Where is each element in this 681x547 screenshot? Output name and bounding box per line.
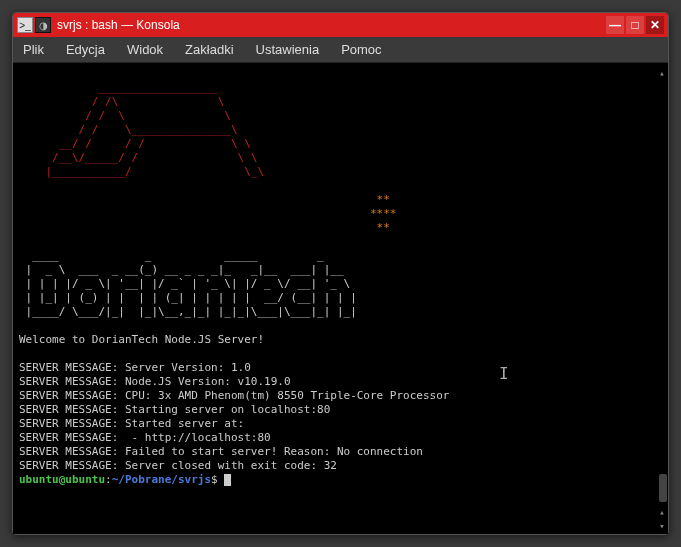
ascii-logo-0: ____ _ _____ _ xyxy=(19,249,324,262)
close-button[interactable]: ✕ xyxy=(646,16,664,34)
prompt-path: ~/Pobrane/svrjs xyxy=(112,473,211,486)
terminal-window: >_ ◑ svrjs : bash — Konsola — □ ✕ Plik E… xyxy=(12,12,669,535)
server-msg-0: SERVER MESSAGE: Server Version: 1.0 xyxy=(19,361,251,374)
menu-help[interactable]: Pomoc xyxy=(341,42,381,57)
server-msg-3: SERVER MESSAGE: Starting server on local… xyxy=(19,403,330,416)
menu-file[interactable]: Plik xyxy=(23,42,44,57)
prompt-colon: : xyxy=(105,473,112,486)
ascii-logo-4: |____/ \___/|_| |_|\__,_|_| |_|_|\___|\_… xyxy=(19,305,357,318)
ascii-roof: __________________ / /\ \ / / \ \ / / \_… xyxy=(19,81,264,178)
mouse-text-cursor-icon: I xyxy=(499,367,509,381)
server-msg-4: SERVER MESSAGE: Started server at: xyxy=(19,417,244,430)
maximize-button[interactable]: □ xyxy=(626,16,644,34)
scroll-thumb[interactable] xyxy=(659,474,667,502)
server-msg-7: SERVER MESSAGE: Server closed with exit … xyxy=(19,459,337,472)
titlebar[interactable]: >_ ◑ svrjs : bash — Konsola — □ ✕ xyxy=(13,13,668,37)
menu-bookmarks[interactable]: Zakładki xyxy=(185,42,233,57)
ascii-stars-3: ** xyxy=(19,221,390,234)
ascii-logo-1: | _ \ ___ _ __(_) __ _ _ _|_ _|__ ___| |… xyxy=(19,263,344,276)
ascii-logo-3: | |_| | (_) | | | | (_| | | | | | __/ (_… xyxy=(19,291,357,304)
menu-view[interactable]: Widok xyxy=(127,42,163,57)
server-msg-2: SERVER MESSAGE: CPU: 3x AMD Phenom(tm) 8… xyxy=(19,389,449,402)
ascii-stars-1: ** xyxy=(19,193,390,206)
welcome-line: Welcome to DorianTech Node.JS Server! xyxy=(19,333,264,346)
minimize-button[interactable]: — xyxy=(606,16,624,34)
scrollbar: ▴ ▴ ▾ xyxy=(657,65,667,534)
scroll-up-icon[interactable]: ▴ xyxy=(657,67,667,79)
prompt-dollar: $ xyxy=(211,473,224,486)
scroll-down-icon[interactable]: ▴ xyxy=(657,506,667,518)
konsole-icon: ◑ xyxy=(35,17,51,33)
server-msg-5: SERVER MESSAGE: - http://localhost:80 xyxy=(19,431,271,444)
terminal-cursor xyxy=(224,474,231,486)
menubar: Plik Edycja Widok Zakładki Ustawienia Po… xyxy=(13,37,668,63)
titlebar-app-icons: >_ ◑ xyxy=(17,17,51,33)
ascii-logo-2: | | | |/ _ \| '__| |/ _` | '_ \| |/ _ \/… xyxy=(19,277,350,290)
terminal-viewport[interactable]: __________________ / /\ \ / / \ \ / / \_… xyxy=(13,63,668,534)
menu-settings[interactable]: Ustawienia xyxy=(256,42,320,57)
ascii-stars-2: **** xyxy=(19,207,397,220)
window-title: svrjs : bash — Konsola xyxy=(57,18,604,32)
server-msg-1: SERVER MESSAGE: Node.JS Version: v10.19.… xyxy=(19,375,291,388)
server-msg-6: SERVER MESSAGE: Failed to start server! … xyxy=(19,445,423,458)
prompt-user: ubuntu@ubuntu xyxy=(19,473,105,486)
terminal-icon: >_ xyxy=(17,17,33,33)
scroll-down2-icon[interactable]: ▾ xyxy=(657,520,667,532)
menu-edit[interactable]: Edycja xyxy=(66,42,105,57)
